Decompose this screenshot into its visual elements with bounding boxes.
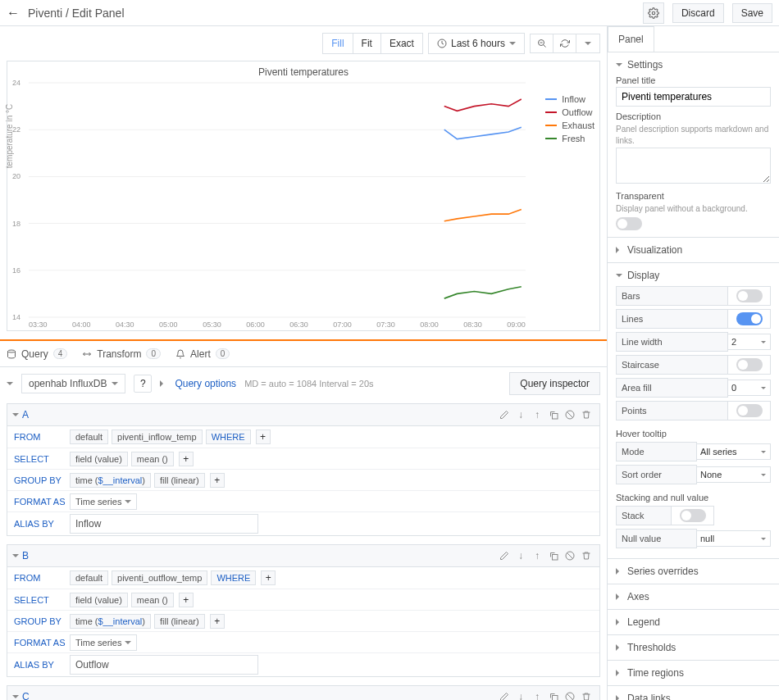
add-where-icon[interactable]: + <box>256 430 271 444</box>
settings-gear-icon[interactable] <box>643 2 664 24</box>
zoom-out-icon[interactable] <box>531 34 554 52</box>
duplicate-icon[interactable] <box>545 689 562 700</box>
nullvalue-select[interactable]: null <box>697 530 771 547</box>
transparent-toggle[interactable] <box>616 217 642 230</box>
section-axes[interactable]: Axes <box>608 584 779 610</box>
select-field[interactable]: field (value) <box>70 593 128 607</box>
section-thresholds[interactable]: Thresholds <box>608 635 779 661</box>
refresh-icon[interactable] <box>554 34 576 52</box>
fill-button[interactable]: Fill <box>323 34 353 53</box>
transparent-label: Transparent <box>616 191 771 201</box>
add-where-icon[interactable]: + <box>261 570 276 585</box>
legend-item[interactable]: Exhaust <box>545 120 594 130</box>
disable-icon[interactable] <box>562 407 578 422</box>
discard-button[interactable]: Discard <box>672 3 724 23</box>
edit-icon[interactable] <box>496 689 512 700</box>
panel-title-label: Panel title <box>616 75 771 85</box>
staircase-toggle[interactable] <box>736 358 763 371</box>
from-default[interactable]: default <box>70 430 108 444</box>
panel-desc-label: Description <box>616 111 771 121</box>
delete-icon[interactable] <box>578 407 594 422</box>
hover-mode-select[interactable]: All series <box>697 443 771 460</box>
query-header[interactable]: A ↓ ↑ <box>7 403 600 426</box>
section-legend[interactable]: Legend <box>608 610 779 635</box>
edit-icon[interactable] <box>496 548 512 563</box>
chart-title: Piventi temperatures <box>7 61 599 83</box>
select-mean[interactable]: mean () <box>131 593 174 607</box>
groupby-time[interactable]: time ($__interval) <box>70 614 151 629</box>
section-series overrides[interactable]: Series overrides <box>608 559 779 584</box>
linewidth-select[interactable]: 2 <box>728 334 771 350</box>
edit-icon[interactable] <box>496 407 512 422</box>
format-select[interactable]: Time series <box>70 634 137 651</box>
duplicate-icon[interactable] <box>545 548 562 563</box>
section-visualization[interactable]: Visualization <box>608 238 779 263</box>
panel-desc-input[interactable] <box>616 148 771 184</box>
bars-toggle[interactable] <box>736 289 763 302</box>
select-mean[interactable]: mean () <box>131 452 174 466</box>
query-options-link[interactable]: Query options <box>175 378 236 389</box>
groupby-fill[interactable]: fill (linear) <box>154 473 205 488</box>
stack-toggle[interactable] <box>680 509 706 522</box>
refresh-interval-select[interactable] <box>576 34 599 52</box>
query-inspector-button[interactable]: Query inspector <box>509 372 600 395</box>
where-clause[interactable]: WHERE <box>206 430 251 444</box>
format-select[interactable]: Time series <box>70 493 137 510</box>
groupby-fill[interactable]: fill (linear) <box>154 614 205 629</box>
fit-button[interactable]: Fit <box>353 34 381 53</box>
disable-icon[interactable] <box>562 689 578 700</box>
from-measurement[interactable]: piventi_inflow_temp <box>112 430 203 444</box>
move-up-icon[interactable]: ↑ <box>529 407 545 422</box>
panel-title-input[interactable] <box>616 87 771 107</box>
legend-item[interactable]: Inflow <box>545 94 594 104</box>
points-toggle[interactable] <box>736 404 763 417</box>
areafill-select[interactable]: 0 <box>728 380 771 396</box>
hover-tooltip-heading: Hover tooltip <box>616 429 771 439</box>
save-button[interactable]: Save <box>732 3 772 23</box>
query-header[interactable]: B ↓ ↑ <box>7 544 600 567</box>
tab-transform[interactable]: Transform0 <box>82 348 161 360</box>
chart-plot[interactable] <box>29 83 526 317</box>
bell-icon <box>175 349 185 359</box>
move-down-icon[interactable]: ↓ <box>512 407 529 422</box>
tab-query[interactable]: Query4 <box>7 348 67 360</box>
alias-input[interactable] <box>70 655 258 675</box>
move-down-icon[interactable]: ↓ <box>512 689 529 700</box>
chart-legend[interactable]: InflowOutflowExhaustFresh <box>545 94 594 147</box>
panel-tab[interactable]: Panel <box>608 26 654 52</box>
section-data links[interactable]: Data links <box>608 686 779 700</box>
datasource-select[interactable]: openhab InfluxDB <box>21 374 125 393</box>
from-default[interactable]: default <box>70 570 108 585</box>
exact-button[interactable]: Exact <box>381 34 422 53</box>
duplicate-icon[interactable] <box>545 407 562 422</box>
from-measurement[interactable]: piventi_outflow_temp <box>112 570 207 585</box>
select-field[interactable]: field (value) <box>70 452 128 466</box>
hover-sort-select[interactable]: None <box>697 466 771 483</box>
legend-item[interactable]: Fresh <box>545 134 594 143</box>
tab-alert[interactable]: Alert0 <box>175 348 230 360</box>
section-time regions[interactable]: Time regions <box>608 661 779 686</box>
add-groupby-icon[interactable]: + <box>210 473 225 488</box>
where-clause[interactable]: WHERE <box>211 570 256 585</box>
add-select-icon[interactable]: + <box>179 452 194 466</box>
transform-icon <box>82 349 92 359</box>
back-arrow-icon[interactable]: ← <box>7 6 20 20</box>
lines-toggle[interactable] <box>736 312 763 325</box>
query-block: C ↓ ↑ FROM default piventi_exhaust_temp … <box>7 685 600 700</box>
move-down-icon[interactable]: ↓ <box>512 548 529 563</box>
delete-icon[interactable] <box>578 548 594 563</box>
move-up-icon[interactable]: ↑ <box>529 548 545 563</box>
query-header[interactable]: C ↓ ↑ <box>7 685 600 700</box>
delete-icon[interactable] <box>578 689 594 700</box>
groupby-time[interactable]: time ($__interval) <box>70 473 151 488</box>
timerange-select[interactable]: Last 6 hours <box>429 34 524 53</box>
legend-item[interactable]: Outflow <box>545 107 594 117</box>
disable-icon[interactable] <box>562 548 578 563</box>
alias-input[interactable] <box>70 514 258 534</box>
help-icon[interactable]: ? <box>134 375 152 393</box>
chart-ylabel: temperature in °C <box>5 104 14 168</box>
datasource-chevron-icon[interactable] <box>7 382 13 389</box>
add-select-icon[interactable]: + <box>179 593 194 607</box>
move-up-icon[interactable]: ↑ <box>529 689 545 700</box>
add-groupby-icon[interactable]: + <box>210 614 225 629</box>
